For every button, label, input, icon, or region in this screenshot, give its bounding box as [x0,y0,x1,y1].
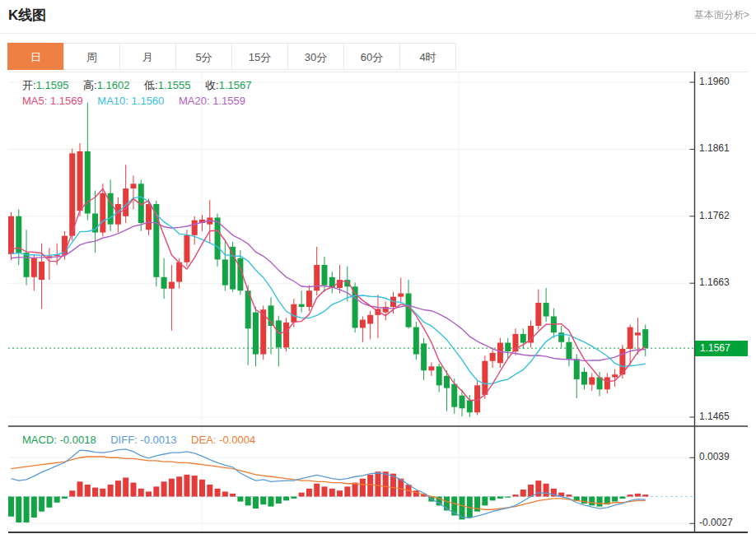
macd-legend: MACD: -0.0018 DIFF: -0.0013 DEA: -0.0004 [22,434,267,446]
price-tick-2: 1.1861 [699,142,730,154]
price-tick-1: 1.1960 [699,76,730,87]
ma5-value: 1.1569 [50,95,83,107]
diff-value: -0.0013 [140,434,176,446]
kline-widget: K线图 基本面分析> 日 周 月 5分 15分 30分 60分 4时 开:1.1… [0,0,756,534]
open-value: 1.1595 [36,79,69,91]
high-value: 1.1602 [97,79,130,91]
ma10-label: MA10: [97,95,128,107]
macd-value: -0.0018 [60,434,96,446]
low-label: 低: [144,79,158,91]
high-label: 高: [83,79,97,91]
current-price-tag: 1.1567 [695,341,748,356]
price-tick-5: 1.1465 [699,411,730,422]
dea-label: DEA: [191,434,216,446]
ma20-value: 1.1559 [212,95,245,107]
low-value: 1.1555 [158,79,191,91]
open-label: 开: [22,79,36,91]
price-tick-3: 1.1762 [699,210,730,221]
close-value: 1.1567 [219,79,252,91]
ma5-label: MA5: [22,95,47,107]
price-tick-4: 1.1663 [699,276,730,288]
close-label: 收: [205,79,219,91]
macd-label: MACD: [22,434,57,446]
dea-value: -0.0004 [219,434,255,446]
ma20-label: MA20: [179,95,210,107]
macd-tick-2: -0.0027 [699,517,733,528]
ohlc-legend: 开:1.1595 高:1.1602 低:1.1555 收:1.1567 [22,78,263,93]
ma-legend: MA5: 1.1569 MA10: 1.1560 MA20: 1.1559 [22,95,257,107]
diff-label: DIFF: [110,434,138,446]
macd-tick-1: 0.0039 [699,451,730,462]
ma10-value: 1.1560 [132,95,165,107]
